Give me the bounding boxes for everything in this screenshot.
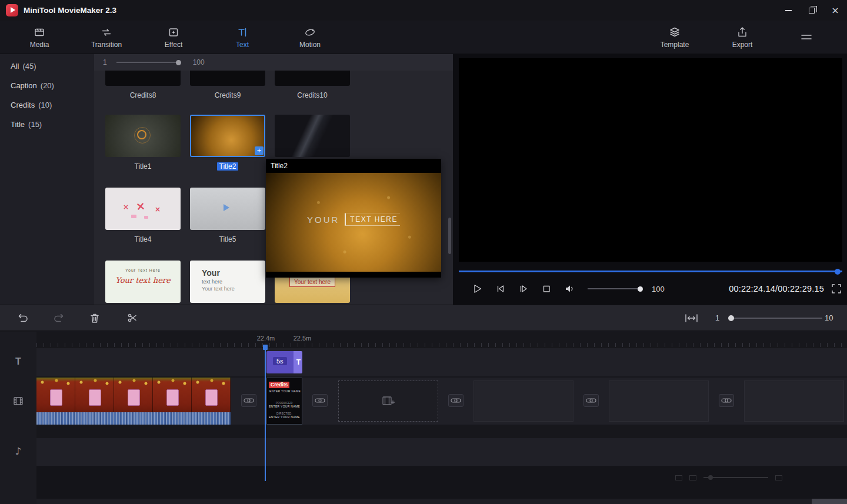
close-button[interactable]: × [823, 0, 847, 21]
undo-button[interactable] [16, 312, 29, 323]
fullscreen-button[interactable] [832, 284, 841, 293]
delete-button[interactable] [89, 312, 100, 324]
template-credits9[interactable]: Credits9 [190, 71, 265, 99]
text-clip[interactable]: 5s T [266, 351, 302, 373]
link-icon [721, 398, 732, 403]
empty-clip-slot[interactable] [744, 380, 844, 422]
template-title2-selected[interactable]: + Title2 [190, 115, 265, 171]
tab-media[interactable]: Media [15, 26, 64, 49]
ruler-time-label: 22.5m [289, 335, 315, 342]
template-credits10[interactable]: Credits10 [275, 71, 350, 99]
menu-button[interactable] [799, 31, 814, 43]
template-credits8[interactable]: Credits8 [105, 71, 181, 99]
transition-slot[interactable] [583, 394, 599, 407]
add-to-timeline-button[interactable]: + [255, 146, 264, 155]
text-icon [236, 26, 249, 39]
empty-clip-slot[interactable] [473, 380, 573, 422]
sidebar-item-caption[interactable]: Caption(20) [0, 76, 94, 95]
app-title: MiniTool MovieMaker 2.3 [24, 6, 116, 15]
thumbnail-scale-slider[interactable] [116, 58, 181, 66]
thumb-text: Your [202, 268, 220, 278]
video-preview-area[interactable] [459, 58, 842, 262]
volume-value: 100 [652, 285, 665, 293]
template-thumbnail[interactable] [275, 71, 350, 86]
timeline-hscroll-thumb[interactable] [812, 499, 847, 504]
playhead-line[interactable] [265, 345, 266, 481]
play-button[interactable] [471, 283, 483, 295]
timeline-hscroll-track[interactable] [0, 499, 847, 504]
template-thumbnail[interactable] [190, 71, 265, 86]
stop-button[interactable] [541, 283, 552, 294]
zoom-min-label: 1 [715, 313, 719, 322]
tab-effect[interactable]: Effect [149, 26, 198, 49]
template-label: Credits9 [215, 91, 241, 99]
template-thumbnail[interactable]: Your Text Here Your text here [105, 261, 181, 303]
zoom-knob[interactable] [728, 315, 734, 321]
text-template-library: 1 100 Credits8 Credits9 Credits10 Title1 [94, 54, 453, 305]
template-label: Title1 [135, 162, 152, 171]
template-thumbnail[interactable]: + [190, 115, 265, 157]
template-row4-a[interactable]: Your Text Here Your text here [105, 261, 181, 303]
tab-label: Transition [91, 41, 122, 49]
credits-clip[interactable]: Credits ENTER YOUR NAME PRODUCER: ENTER … [266, 378, 302, 425]
transition-slot[interactable] [241, 394, 256, 407]
window-controls: × [776, 0, 847, 21]
transition-slot[interactable] [719, 394, 734, 407]
template-thumbnail[interactable]: × × × [105, 188, 181, 230]
template-title1[interactable]: Title1 [105, 115, 181, 171]
fit-timeline-icon [685, 313, 698, 323]
tab-text[interactable]: Text [218, 26, 267, 49]
next-frame-icon [518, 283, 529, 294]
template-label: Title2 [217, 162, 239, 171]
template-thumbnail[interactable] [105, 115, 181, 157]
minimize-button[interactable] [776, 0, 800, 21]
sidebar-item-title[interactable]: Title(15) [0, 115, 94, 134]
next-frame-button[interactable] [518, 283, 529, 294]
category-count: (20) [41, 81, 54, 90]
template-title5[interactable]: Title5 [190, 188, 265, 243]
volume-slider[interactable] [588, 285, 642, 292]
seek-bar[interactable] [459, 268, 842, 275]
thumb-text: text here [202, 279, 222, 285]
slider-knob[interactable] [176, 60, 181, 65]
motion-icon [304, 26, 316, 39]
seek-knob[interactable] [835, 269, 841, 275]
library-scrollbar[interactable] [448, 218, 451, 254]
template-title3[interactable] [275, 115, 350, 157]
previous-frame-button[interactable] [495, 283, 506, 294]
transition-slot[interactable] [312, 394, 328, 407]
text-track[interactable] [36, 348, 847, 376]
sidebar-item-all[interactable]: All(45) [0, 56, 94, 76]
restore-button[interactable] [800, 0, 823, 21]
export-button[interactable]: Export [718, 26, 767, 49]
redo-button[interactable] [53, 312, 65, 323]
template-row4-b[interactable]: Your text here Your text here [190, 261, 265, 303]
split-button[interactable] [127, 312, 138, 323]
transition-slot[interactable] [448, 394, 463, 407]
tab-label: Template [661, 41, 689, 49]
volume-knob[interactable] [638, 286, 643, 292]
x-graphic: × [123, 203, 129, 211]
template-thumbnail[interactable] [275, 115, 350, 157]
ruler-time-label: 22.4m [253, 335, 279, 342]
timeline-ruler[interactable]: 22.4m 22.5m [36, 332, 847, 347]
template-preview-popup: Title2 YOUR TEXT HERE [266, 159, 441, 278]
volume-button[interactable] [564, 283, 576, 294]
music-track[interactable] [36, 438, 847, 466]
video-track-icon [0, 396, 36, 406]
timeline-zoom-slider[interactable] [728, 314, 822, 322]
template-title4[interactable]: × × × Title4 [105, 188, 181, 243]
sidebar-item-credits[interactable]: Credits(10) [0, 95, 94, 115]
empty-clip-slot[interactable] [609, 380, 709, 422]
empty-clip-placeholder[interactable] [338, 380, 438, 422]
fit-timeline-button[interactable] [685, 313, 698, 323]
template-thumbnail[interactable]: Your text here Your text here [190, 261, 265, 303]
template-thumbnail[interactable] [105, 71, 181, 86]
tab-transition[interactable]: Transition [82, 26, 131, 49]
template-thumbnail[interactable] [190, 188, 265, 230]
tab-motion[interactable]: Motion [285, 26, 335, 49]
category-label: Caption [11, 81, 37, 90]
template-button[interactable]: Template [650, 26, 699, 49]
popup-footer-bar [266, 272, 441, 278]
timeline-bottom-area [0, 466, 847, 499]
